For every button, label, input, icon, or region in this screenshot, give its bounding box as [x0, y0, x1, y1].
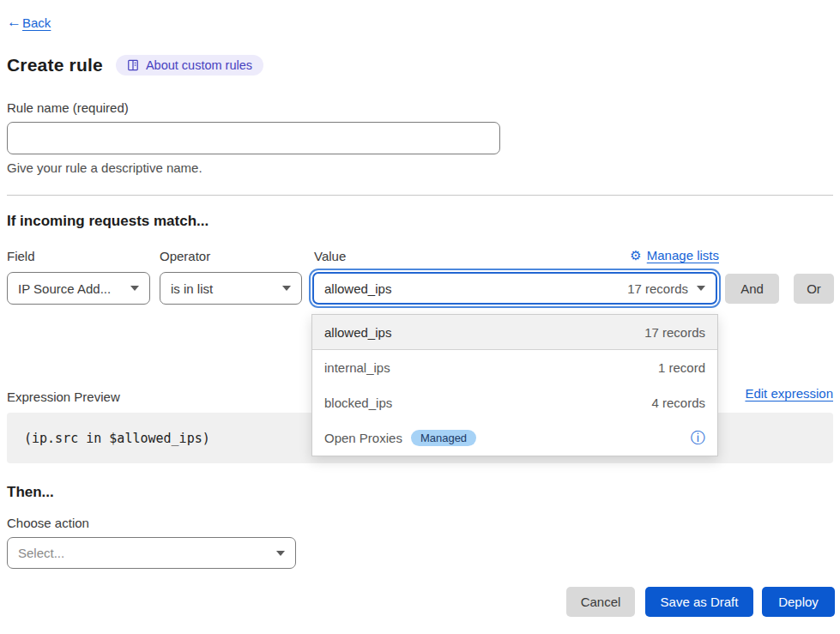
- chevron-down-icon: [276, 551, 285, 556]
- match-section-heading: If incoming requests match...: [7, 213, 208, 230]
- action-select[interactable]: Select...: [7, 537, 296, 569]
- operator-select[interactable]: is in list: [160, 272, 302, 305]
- about-custom-rules-link[interactable]: About custom rules: [116, 55, 263, 75]
- book-icon: [127, 59, 139, 71]
- cancel-button[interactable]: Cancel: [566, 587, 635, 617]
- operator-select-value: is in list: [171, 281, 213, 296]
- list-option-meta: 4 records: [651, 395, 705, 410]
- list-option-meta: 1 record: [658, 360, 705, 375]
- operator-label: Operator: [160, 249, 210, 263]
- list-option-name: Open Proxies: [324, 431, 402, 445]
- action-select-placeholder: Select...: [18, 546, 64, 560]
- back-link-label: Back: [22, 15, 51, 30]
- gear-icon: ⚙: [630, 249, 641, 262]
- section-divider: [7, 195, 833, 196]
- edit-expression-label: Edit expression: [745, 386, 833, 401]
- field-select[interactable]: IP Source Add...: [7, 272, 150, 305]
- value-label: Value: [314, 249, 346, 263]
- field-label: Field: [7, 249, 35, 263]
- list-option-meta: 17 records: [644, 325, 705, 340]
- title-row: Create rule About custom rules: [7, 55, 263, 75]
- list-option-internal-ips[interactable]: internal_ips 1 record: [312, 350, 717, 385]
- rule-name-helper: Give your rule a descriptive name.: [7, 160, 202, 175]
- value-select[interactable]: allowed_ips 17 records: [312, 272, 717, 305]
- managed-badge: Managed: [411, 430, 476, 446]
- list-dropdown-menu: allowed_ips 17 records internal_ips 1 re…: [311, 314, 718, 456]
- manage-lists-link[interactable]: ⚙ Manage lists: [630, 248, 719, 263]
- chevron-down-icon: [282, 286, 291, 291]
- info-icon[interactable]: ⓘ: [691, 431, 705, 445]
- then-section-heading: Then...: [7, 484, 54, 501]
- list-option-name: internal_ips: [324, 360, 390, 375]
- back-link[interactable]: ← Back: [7, 14, 51, 31]
- deploy-button[interactable]: Deploy: [762, 587, 835, 617]
- about-custom-rules-label: About custom rules: [146, 58, 252, 72]
- or-button[interactable]: Or: [794, 274, 834, 304]
- list-option-blocked-ips[interactable]: blocked_ips 4 records: [312, 385, 717, 420]
- list-option-open-proxies[interactable]: Open Proxies Managed ⓘ: [312, 420, 717, 456]
- and-button[interactable]: And: [725, 274, 779, 304]
- list-option-allowed-ips[interactable]: allowed_ips 17 records: [312, 315, 717, 350]
- expression-preview-label: Expression Preview: [7, 389, 120, 404]
- manage-lists-label: Manage lists: [647, 248, 719, 263]
- page-title: Create rule: [7, 55, 103, 75]
- field-select-value: IP Source Add...: [18, 281, 111, 296]
- edit-expression-link[interactable]: Edit expression: [745, 386, 833, 401]
- rule-name-label: Rule name (required): [7, 100, 129, 115]
- back-arrow-icon: ←: [7, 14, 21, 31]
- value-select-meta: 17 records: [627, 281, 688, 296]
- list-option-name: blocked_ips: [324, 395, 392, 410]
- rule-name-input[interactable]: [7, 122, 500, 154]
- choose-action-label: Choose action: [7, 516, 89, 530]
- chevron-down-icon: [130, 286, 139, 291]
- save-as-draft-button[interactable]: Save as Draft: [645, 587, 753, 617]
- value-select-value: allowed_ips: [324, 281, 391, 296]
- list-option-name: allowed_ips: [324, 325, 391, 340]
- chevron-down-icon: [697, 286, 705, 291]
